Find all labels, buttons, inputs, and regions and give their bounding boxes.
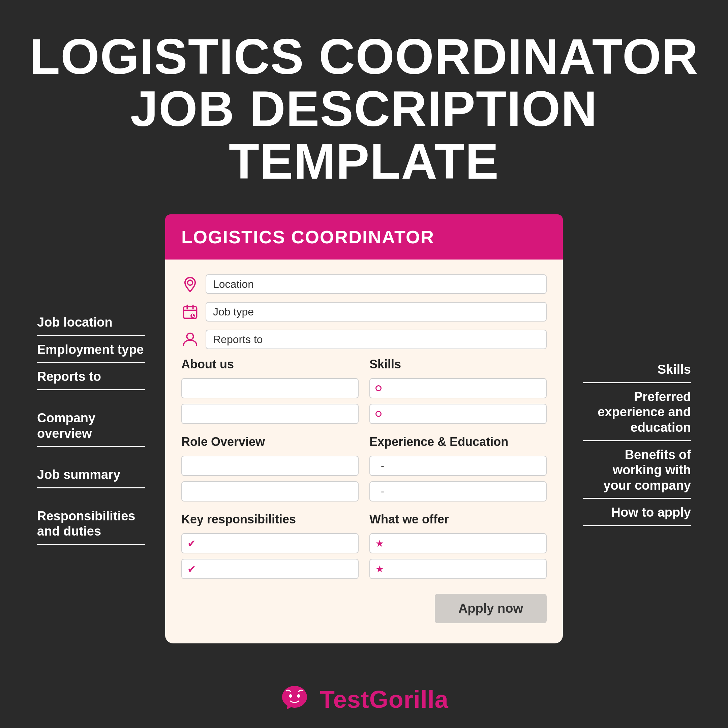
skills-label: Skills bbox=[369, 357, 547, 372]
sidebar-item-reports-to: Reports to bbox=[37, 363, 145, 390]
experience-field-1[interactable]: - bbox=[369, 456, 547, 476]
testgorilla-logo-icon bbox=[279, 684, 310, 714]
svg-point-9 bbox=[289, 694, 292, 698]
svg-rect-1 bbox=[184, 307, 197, 318]
responsibility-field-1[interactable]: ✔ bbox=[181, 533, 359, 554]
sidebar-right-benefits: Benefits of working with your company bbox=[583, 441, 691, 499]
dash-icon-1: - bbox=[375, 460, 390, 471]
location-row: Location bbox=[181, 274, 547, 294]
brand-name: TestGorilla bbox=[320, 685, 449, 713]
job-type-row: Job type bbox=[181, 302, 547, 321]
sidebar-item-responsibilities: Responsibilities and duties bbox=[37, 488, 145, 545]
location-field[interactable]: Location bbox=[206, 274, 547, 294]
experience-label: Experience & Education bbox=[369, 435, 547, 449]
person-icon bbox=[181, 330, 199, 348]
bullet-icon-2 bbox=[375, 411, 382, 417]
right-sidebar: Skills Preferred experience and educatio… bbox=[583, 214, 691, 526]
job-description-card: LOGISTICS COORDINATOR Location bbox=[165, 214, 563, 643]
role-overview-label: Role Overview bbox=[181, 435, 359, 449]
role-overview-field-2[interactable] bbox=[181, 481, 359, 502]
footer: TestGorilla bbox=[0, 674, 728, 728]
sidebar-item-job-summary: Job summary bbox=[37, 447, 145, 488]
job-type-field[interactable]: Job type bbox=[206, 302, 547, 321]
title-line3: TEMPLATE bbox=[229, 133, 500, 189]
about-us-field-1[interactable] bbox=[181, 378, 359, 398]
sidebar-right-skills: Skills bbox=[583, 356, 691, 383]
offer-field-2[interactable]: ★ bbox=[369, 559, 547, 579]
offer-field-1[interactable]: ★ bbox=[369, 533, 547, 554]
dash-icon-2: - bbox=[375, 486, 390, 497]
about-us-field-2[interactable] bbox=[181, 404, 359, 424]
left-col: About us Role Overview Key responsibilit… bbox=[181, 357, 359, 579]
reports-to-row: Reports to bbox=[181, 330, 547, 349]
apply-row: Apply now bbox=[165, 594, 563, 623]
svg-point-0 bbox=[187, 280, 193, 285]
sidebar-item-company-overview: Company overview bbox=[37, 390, 145, 447]
brand-text: TestGorilla bbox=[320, 686, 449, 713]
sidebar-right-preferred-exp: Preferred experience and education bbox=[583, 383, 691, 441]
reports-to-field[interactable]: Reports to bbox=[206, 330, 547, 349]
skill-field-2[interactable] bbox=[369, 404, 547, 424]
skill-field-1[interactable] bbox=[369, 378, 547, 398]
star-icon-2: ★ bbox=[375, 564, 384, 575]
card-title: LOGISTICS COORDINATOR bbox=[181, 226, 547, 248]
sidebar-item-job-location: Job location bbox=[37, 309, 145, 336]
what-we-offer-label: What we offer bbox=[369, 512, 547, 526]
responsibility-field-2[interactable]: ✔ bbox=[181, 559, 359, 579]
svg-point-8 bbox=[187, 333, 193, 340]
svg-line-7 bbox=[193, 316, 194, 317]
check-icon-1: ✔ bbox=[187, 538, 196, 549]
right-col: Skills Experience & Education - bbox=[369, 357, 547, 579]
left-sidebar: Job location Employment type Reports to … bbox=[37, 214, 145, 545]
apply-now-button[interactable]: Apply now bbox=[435, 594, 547, 623]
role-overview-field-1[interactable] bbox=[181, 456, 359, 476]
experience-field-2[interactable]: - bbox=[369, 481, 547, 502]
calendar-icon bbox=[181, 303, 199, 321]
star-icon-1: ★ bbox=[375, 538, 384, 549]
card-header: LOGISTICS COORDINATOR bbox=[165, 214, 563, 260]
sidebar-item-employment-type: Employment type bbox=[37, 336, 145, 363]
sidebar-right-how-to-apply: How to apply bbox=[583, 499, 691, 526]
svg-point-10 bbox=[297, 694, 300, 698]
location-icon bbox=[181, 275, 199, 293]
card-body: Location Job type bbox=[165, 260, 563, 586]
check-icon-2: ✔ bbox=[187, 563, 196, 575]
main-title: LOGISTICS COORDINATOR JOB DESCRIPTION TE… bbox=[27, 30, 701, 187]
bullet-icon-1 bbox=[375, 385, 382, 391]
title-line1: LOGISTICS COORDINATOR bbox=[29, 29, 698, 84]
title-line2: JOB DESCRIPTION bbox=[130, 81, 598, 136]
two-col-grid: About us Role Overview Key responsibilit… bbox=[181, 357, 547, 579]
about-us-label: About us bbox=[181, 357, 359, 372]
content-area: Job location Employment type Reports to … bbox=[0, 208, 728, 674]
responsibilities-label: Key responsibilities bbox=[181, 512, 359, 526]
title-section: LOGISTICS COORDINATOR JOB DESCRIPTION TE… bbox=[0, 0, 728, 208]
